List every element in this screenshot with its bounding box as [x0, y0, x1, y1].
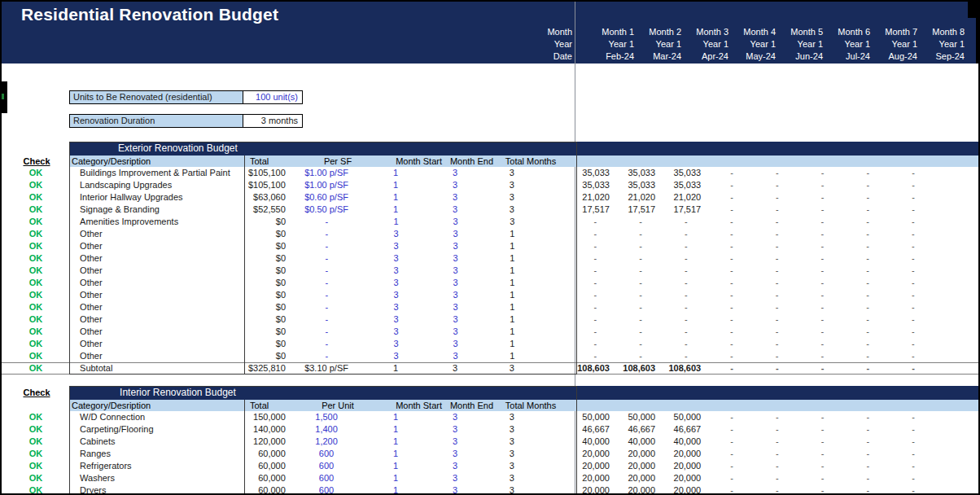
month-value-cell[interactable]: - — [755, 167, 800, 179]
month-value-cell[interactable]: - — [663, 350, 709, 362]
month-value-cell[interactable]: - — [890, 252, 936, 265]
total-months-cell[interactable]: 1 — [481, 252, 544, 265]
month-value-cell[interactable]: - — [800, 179, 846, 191]
duration-input-value[interactable]: 3 months — [243, 115, 302, 127]
month-value-cell[interactable]: - — [618, 313, 663, 326]
month-value-cell[interactable]: 20,000 — [572, 484, 618, 495]
month-value-cell[interactable]: - — [663, 216, 709, 228]
month-value-cell[interactable]: - — [618, 326, 663, 338]
per-cell[interactable]: 1,400 — [291, 423, 361, 436]
month-value-cell[interactable] — [936, 363, 980, 374]
month-value-cell[interactable]: - — [709, 167, 755, 179]
month-value-cell[interactable] — [936, 265, 980, 277]
month-value-cell[interactable] — [936, 277, 980, 289]
month-value-cell[interactable] — [936, 411, 980, 423]
month-value-cell[interactable]: 21,020 — [618, 191, 663, 204]
month-value-cell[interactable]: - — [800, 484, 846, 495]
month-value-cell[interactable]: - — [890, 204, 936, 216]
month-value-cell[interactable]: - — [799, 326, 845, 338]
total-cell[interactable]: $0 — [237, 313, 292, 326]
month-value-cell[interactable]: - — [890, 350, 936, 362]
month-value-cell[interactable]: - — [618, 240, 663, 252]
month-value-cell[interactable] — [936, 216, 980, 228]
month-value-cell[interactable]: - — [755, 460, 800, 472]
month-value-cell[interactable]: - — [845, 265, 890, 277]
month-value-cell[interactable]: 20,000 — [663, 460, 709, 472]
month-value-cell[interactable]: - — [709, 289, 755, 301]
check-cell[interactable]: OK — [16, 472, 55, 484]
category-cell[interactable]: W/D Connection — [68, 411, 236, 423]
month-value-cell[interactable]: - — [799, 350, 845, 362]
month-value-cell[interactable]: 35,033 — [663, 179, 709, 191]
month-value-cell[interactable]: - — [663, 313, 709, 326]
month-value-cell[interactable]: - — [663, 289, 709, 301]
total-cell[interactable]: $0 — [237, 338, 292, 350]
month-value-cell[interactable]: - — [618, 277, 663, 289]
check-cell[interactable]: OK — [16, 411, 55, 423]
category-cell[interactable]: Other — [68, 277, 236, 289]
month-value-cell[interactable]: - — [755, 338, 800, 350]
month-value-cell[interactable]: - — [799, 289, 845, 301]
month-value-cell[interactable]: - — [709, 350, 755, 362]
category-cell[interactable]: Signage & Branding — [68, 204, 236, 216]
month-value-cell[interactable]: - — [572, 350, 618, 362]
month-header-column[interactable]: Month 1Year 1Feb-24 — [592, 26, 639, 63]
month-end-cell[interactable]: 3 — [430, 423, 480, 436]
month-value-cell[interactable]: - — [755, 411, 800, 423]
month-value-cell[interactable] — [936, 204, 980, 216]
per-cell[interactable]: - — [291, 216, 362, 228]
month-value-cell[interactable]: - — [845, 252, 890, 265]
month-value-cell[interactable]: - — [890, 423, 936, 436]
per-cell[interactable]: - — [291, 252, 362, 265]
month-value-cell[interactable]: 20,000 — [572, 472, 618, 484]
month-value-cell[interactable]: - — [709, 338, 755, 350]
per-cell[interactable]: - — [291, 301, 362, 313]
check-cell[interactable]: OK — [16, 277, 55, 289]
check-cell[interactable]: OK — [16, 252, 55, 265]
category-cell[interactable]: Other — [68, 326, 236, 338]
total-cell[interactable]: 60,000 — [236, 448, 291, 460]
month-value-cell[interactable]: - — [845, 326, 890, 338]
category-cell[interactable]: Carpeting/Flooring — [68, 423, 236, 436]
month-value-cell[interactable]: - — [890, 363, 936, 374]
month-value-cell[interactable]: - — [800, 472, 846, 484]
month-value-cell[interactable]: - — [800, 204, 846, 216]
month-value-cell[interactable]: - — [755, 448, 800, 460]
month-value-cell[interactable]: - — [845, 350, 890, 362]
month-value-cell[interactable]: - — [845, 436, 890, 448]
month-value-cell[interactable]: 17,517 — [618, 204, 663, 216]
month-value-cell[interactable]: - — [845, 460, 890, 472]
month-value-cell[interactable]: - — [572, 265, 618, 277]
total-months-cell[interactable]: 1 — [481, 350, 544, 362]
month-value-cell[interactable]: - — [890, 289, 936, 301]
month-value-cell[interactable]: - — [800, 191, 846, 204]
month-start-cell[interactable]: 3 — [362, 313, 431, 326]
month-value-cell[interactable]: - — [890, 472, 936, 484]
total-cell[interactable]: $0 — [237, 289, 292, 301]
per-cell[interactable]: - — [291, 289, 362, 301]
month-value-cell[interactable] — [936, 484, 980, 495]
month-value-cell[interactable]: - — [755, 363, 800, 374]
month-value-cell[interactable]: - — [709, 448, 755, 460]
month-value-cell[interactable]: - — [755, 436, 800, 448]
month-value-cell[interactable]: - — [800, 167, 846, 179]
month-value-cell[interactable]: - — [800, 423, 846, 436]
month-value-cell[interactable]: - — [709, 411, 755, 423]
month-end-cell[interactable]: 3 — [430, 204, 480, 216]
month-value-cell[interactable]: - — [709, 179, 755, 191]
month-value-cell[interactable]: - — [663, 277, 709, 289]
check-cell[interactable]: OK — [16, 289, 55, 301]
month-header-column[interactable]: Month 2Year 1Mar-24 — [639, 26, 686, 63]
total-cell[interactable]: $0 — [237, 252, 292, 265]
month-end-cell[interactable]: 3 — [430, 191, 480, 204]
total-months-cell[interactable]: 1 — [481, 228, 544, 240]
month-start-cell[interactable]: 3 — [362, 240, 431, 252]
month-start-cell[interactable]: 1 — [361, 460, 430, 472]
category-cell[interactable]: Cabinets — [68, 436, 236, 448]
month-start-cell[interactable]: 3 — [362, 289, 431, 301]
total-months-cell[interactable]: 3 — [481, 216, 544, 228]
per-cell[interactable]: $0.60 p/SF — [291, 191, 361, 204]
month-value-cell[interactable]: - — [755, 204, 800, 216]
total-cell[interactable]: $0 — [237, 326, 292, 338]
month-value-cell[interactable]: - — [709, 216, 755, 228]
